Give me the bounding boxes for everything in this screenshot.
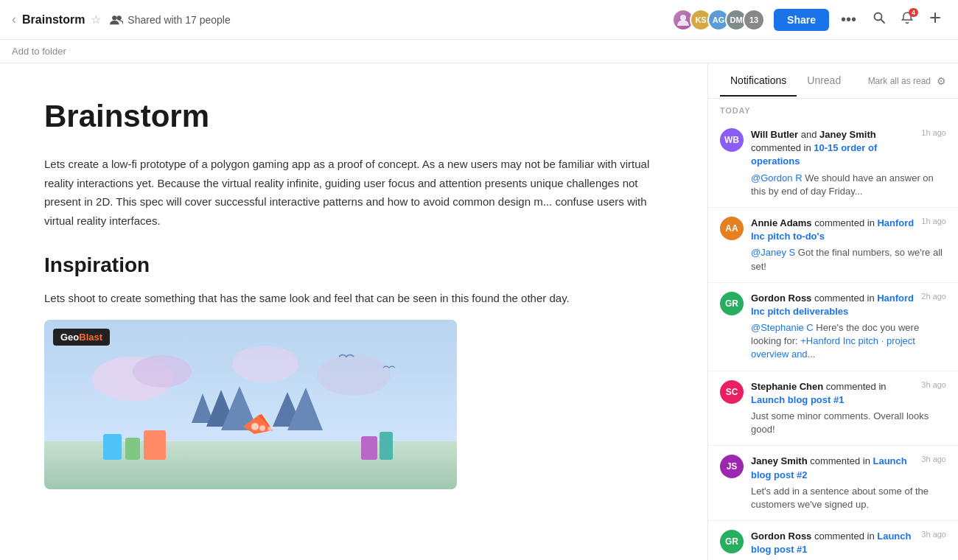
add-to-folder[interactable]: Add to folder xyxy=(12,46,66,57)
document-area: Brainstorm Lets create a low-fi prototyp… xyxy=(0,63,707,560)
notif-comment-2: @Janey S Got the final numbers, so we're… xyxy=(751,246,946,273)
topbar: ‹ Brainstorm ☆ Shared with 17 people KS … xyxy=(0,0,958,40)
notification-item[interactable]: GR Gordon Ross commented in Hanford Inc … xyxy=(708,283,958,371)
notification-item[interactable]: WB Will Butler and Janey Smith commented… xyxy=(708,119,958,208)
document-heading2: Inspiration xyxy=(44,253,663,277)
notification-item[interactable]: JS Janey Smith commented in Launch blog … xyxy=(708,446,958,521)
notif-person-aa: Annie Adams xyxy=(751,217,812,228)
svg-point-2 xyxy=(680,15,686,21)
notification-badge: 4 xyxy=(909,8,918,17)
svg-point-0 xyxy=(113,15,117,20)
notification-item[interactable]: SC Stephanie Chen commented in Launch bl… xyxy=(708,371,958,447)
svg-rect-19 xyxy=(125,438,140,460)
share-button[interactable]: Share xyxy=(774,9,829,31)
notif-person-js: Janey Smith xyxy=(751,455,808,466)
subheader: Add to folder xyxy=(0,40,958,63)
notif-avatar-2: AA xyxy=(720,217,744,240)
avatar-count: 13 xyxy=(743,9,765,31)
svg-point-10 xyxy=(232,346,298,382)
notif-time-2: 1h ago xyxy=(921,217,946,225)
notif-avatar-6: GR xyxy=(720,530,744,553)
mention-1: @Gordon R xyxy=(751,172,803,183)
svg-point-11 xyxy=(317,354,391,396)
svg-rect-20 xyxy=(144,430,166,460)
notification-item[interactable]: AA Annie Adams commented in Hanford Inc … xyxy=(708,208,958,283)
tab-unread[interactable]: Unread xyxy=(797,66,851,97)
notification-list: TODAY WB Will Butler and Janey Smith com… xyxy=(708,99,958,560)
geoblast-text: Geo xyxy=(60,332,79,343)
notification-item[interactable]: GR Gordon Ross commented in Launch blog … xyxy=(708,521,958,560)
notif-comment-3: @Stephanie C Here's the doc you were loo… xyxy=(751,321,946,362)
topbar-left: ‹ Brainstorm ☆ Shared with 17 people xyxy=(12,12,672,27)
notif-text-5: Janey Smith commented in Launch blog pos… xyxy=(751,455,915,481)
document-body2: Lets shoot to create something that has … xyxy=(44,289,663,308)
notif-avatar-1: WB xyxy=(720,128,744,152)
notif-meta-5: Janey Smith commented in Launch blog pos… xyxy=(751,455,946,481)
notif-meta-4: Stephanie Chen commented in Launch blog … xyxy=(751,380,946,407)
notif-time-3: 2h ago xyxy=(921,292,946,301)
notification-panel: Notifications Unread Mark all as read ⚙ … xyxy=(707,63,958,560)
notif-comment-1: @Gordon R We should have an answer on th… xyxy=(751,172,946,198)
svg-line-4 xyxy=(881,20,885,24)
notif-content-6: Gordon Ross commented in Launch blog pos… xyxy=(751,530,946,560)
notif-person1: Will Butler xyxy=(751,129,798,140)
notif-time-4: 3h ago xyxy=(921,380,946,389)
search-button[interactable] xyxy=(868,8,890,31)
notif-content-1: Will Butler and Janey Smith commented in… xyxy=(751,128,946,198)
svg-rect-22 xyxy=(380,432,393,460)
topbar-right: KS AG DM 13 Share ••• 4 xyxy=(672,8,946,31)
svg-rect-21 xyxy=(361,436,377,460)
notif-comment-5: Let's add in a sentence about some of th… xyxy=(751,485,946,511)
search-icon xyxy=(873,11,886,24)
notif-meta-6: Gordon Ross commented in Launch blog pos… xyxy=(751,530,946,556)
notif-person-sc1: Stephanie Chen xyxy=(751,381,823,392)
notif-content-5: Janey Smith commented in Launch blog pos… xyxy=(751,455,946,511)
notif-meta-3: Gordon Ross commented in Hanford Inc pit… xyxy=(751,292,946,318)
more-options-button[interactable]: ••• xyxy=(835,8,862,31)
back-button[interactable]: ‹ xyxy=(12,12,16,27)
star-icon[interactable]: ☆ xyxy=(91,13,101,27)
svg-point-26 xyxy=(259,425,265,431)
notif-avatar-5: JS xyxy=(720,455,744,478)
notif-meta-1: Will Butler and Janey Smith commented in… xyxy=(751,128,946,169)
plus-icon xyxy=(929,11,942,24)
notif-time-1: 1h ago xyxy=(921,128,946,137)
notif-text-3: Gordon Ross commented in Hanford Inc pit… xyxy=(751,292,915,318)
notif-text-2: Annie Adams commented in Hanford Inc pit… xyxy=(751,217,915,243)
notif-avatar-3: GR xyxy=(720,292,744,315)
notif-text-6: Gordon Ross commented in Launch blog pos… xyxy=(751,530,915,556)
svg-rect-18 xyxy=(103,434,122,460)
notif-person-gr1: Gordon Ross xyxy=(751,293,811,304)
document-body1: Lets create a low-fi prototype of a poly… xyxy=(44,155,663,230)
more-icon: ••• xyxy=(841,11,856,27)
doc-title: Brainstorm xyxy=(22,13,85,27)
notif-text-1: Will Butler and Janey Smith commented in… xyxy=(751,128,915,169)
avatar-group: KS AG DM 13 xyxy=(672,9,765,31)
notif-time-5: 3h ago xyxy=(921,455,946,463)
document-title: Brainstorm xyxy=(44,99,663,134)
today-label: TODAY xyxy=(708,99,958,119)
svg-point-27 xyxy=(268,427,272,431)
notif-comment-4: Just some minor comments. Overall looks … xyxy=(751,410,946,436)
notif-text-4: Stephanie Chen commented in Launch blog … xyxy=(751,380,915,407)
notification-button[interactable]: 4 xyxy=(896,8,918,31)
notif-avatar-4: SC xyxy=(720,380,744,404)
shared-people-icon xyxy=(110,14,123,26)
notif-doc-ref-3[interactable]: +Hanford Inc pitch · project overview an… xyxy=(751,335,915,360)
notif-doc-link-1[interactable]: 10-15 order of operations xyxy=(751,142,877,167)
notification-header: Notifications Unread Mark all as read ⚙ xyxy=(708,63,958,99)
settings-icon[interactable]: ⚙ xyxy=(937,75,946,87)
notif-doc-link-4[interactable]: Launch blog post #1 xyxy=(751,394,844,405)
notif-content-4: Stephanie Chen commented in Launch blog … xyxy=(751,380,946,437)
notif-person-gr2: Gordon Ross xyxy=(751,531,811,542)
add-button[interactable] xyxy=(924,8,946,31)
geoblast-badge: GeoBlast xyxy=(53,329,110,346)
main-layout: Brainstorm Lets create a low-fi prototyp… xyxy=(0,63,958,560)
mark-all-read[interactable]: Mark all as read xyxy=(868,76,931,86)
geoblast-accent: Blast xyxy=(79,332,102,343)
tab-notifications[interactable]: Notifications xyxy=(720,66,797,97)
svg-point-25 xyxy=(251,423,259,430)
shared-people[interactable]: Shared with 17 people xyxy=(110,14,230,26)
document-image: GeoBlast xyxy=(44,320,457,489)
notif-time-6: 3h ago xyxy=(921,530,946,539)
